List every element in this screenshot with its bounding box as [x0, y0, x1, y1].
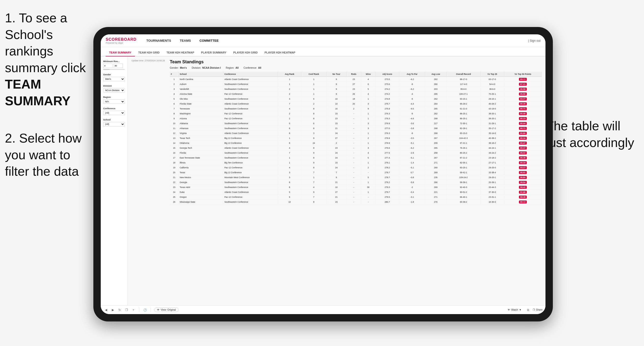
toolbar-resize-icon[interactable]: ⧉: [526, 308, 530, 312]
table-cell: 117-4-0: [446, 82, 480, 87]
nav-tournaments[interactable]: TOURNAMENTS: [146, 38, 171, 43]
table-cell: Big Ten Conference: [223, 160, 278, 165]
standings-table: # School Conference Avg Rank Conf Rank N…: [170, 72, 542, 204]
points-badge: 86.91: [519, 171, 526, 174]
filter-max-input[interactable]: [114, 64, 123, 68]
toolbar-add-icon[interactable]: +: [131, 308, 136, 312]
table-cell: 3: [278, 170, 301, 175]
toolbar-share2-icon[interactable]: ❐: [124, 308, 129, 312]
toolbar-forward-icon[interactable]: ▶: [110, 308, 115, 312]
table-cell: -2: [399, 185, 425, 190]
table-row: 4Arizona StatePac-12 Conference219264274…: [170, 92, 542, 96]
tab-player-h2h-heatmap[interactable]: PLAYER H2H HEATMAP: [261, 49, 299, 56]
tab-player-summary[interactable]: PLAYER SUMMARY: [198, 49, 230, 56]
points-badge: 80.47: [519, 142, 526, 145]
table-cell: 8: [301, 199, 326, 204]
table-cell: 20-39-1: [480, 180, 504, 185]
table-cell: 23: [326, 199, 346, 204]
table-cell: 61-21-0: [446, 106, 480, 111]
table-cell: 1: [361, 96, 376, 101]
table-cell: 59-41-1: [446, 170, 480, 175]
table-cell: 4: [278, 106, 301, 111]
table-cell: 23: [326, 121, 346, 126]
table-cell: 2: [301, 101, 326, 106]
filter-school-select[interactable]: (All): [103, 122, 125, 126]
nav-teams[interactable]: TEAMS: [180, 38, 191, 43]
table-cell: 2: [278, 87, 301, 92]
tab-player-h2h-grid[interactable]: PLAYER H2H GRID: [230, 49, 261, 56]
filter-gender-select[interactable]: Men's Women's: [103, 77, 125, 81]
table-cell: 17: [170, 155, 179, 160]
table-cell: 24: [170, 190, 179, 195]
table-cell: 4: [170, 92, 179, 96]
filter-region-label-display: Region:: [226, 66, 234, 69]
table-cell: 4: [301, 185, 326, 190]
watch-label: Watch: [511, 309, 518, 311]
filter-region-select[interactable]: N/A All: [103, 99, 125, 104]
watch-button[interactable]: 👁 Watch ▼: [508, 309, 522, 311]
table-cell: 80.34: [504, 160, 542, 165]
min-rounds-slider[interactable]: [103, 69, 125, 70]
table-cell: -: [346, 121, 361, 126]
table-cell: 20: [346, 101, 361, 106]
table-cell: 268: [425, 126, 447, 131]
table-cell: 279.2: [376, 180, 399, 185]
points-badge: 88.42: [519, 186, 526, 189]
table-cell: 95-29-2: [446, 101, 480, 106]
table-cell: -: [346, 170, 361, 175]
points-badge: 80.80: [519, 132, 526, 135]
table-cell: 2: [361, 136, 376, 141]
tab-team-h2h-grid[interactable]: TEAM H2H GRID: [135, 49, 163, 56]
sign-out-link[interactable]: | Sign out: [528, 39, 541, 42]
filter-conference-select[interactable]: (All): [103, 111, 125, 115]
table-cell: 8: [301, 146, 326, 151]
table-cell: 38-6-0: [480, 87, 504, 92]
table-cell: 1: [170, 77, 179, 82]
table-cell: 83.27: [504, 165, 542, 170]
table-cell: Tennessee: [179, 106, 223, 111]
table-cell: 3: [170, 87, 179, 92]
share-icon: ❐: [533, 309, 535, 311]
table-cell: Mountain West Conference: [223, 175, 278, 180]
table-cell: -: [346, 195, 361, 199]
tab-team-summary[interactable]: TEAM SUMMARY: [106, 49, 135, 56]
table-cell: 25: [170, 195, 179, 199]
table-row: 11ArkansasSoutheastern Conference8821-32…: [170, 126, 542, 131]
table-cell: Virginia: [179, 131, 223, 136]
table-row: 10AlabamaSoutheastern Conference5623-327…: [170, 121, 542, 126]
table-cell: 38-18-2: [480, 141, 504, 146]
table-cell: New Mexico: [179, 175, 223, 180]
table-cell: 10: [326, 96, 346, 101]
table-cell: Pac-12 Conference: [223, 165, 278, 170]
tab-team-h2h-heatmap[interactable]: TEAM H2H HEATMAP: [163, 49, 198, 56]
table-cell: 12: [170, 131, 179, 136]
table-cell: -: [346, 136, 361, 141]
tablet-screen: SCOREBOARD Powered by clippi TOURNAMENTS…: [101, 34, 546, 314]
table-cell: 1: [301, 87, 326, 92]
toolbar-clock-icon[interactable]: 🕐: [143, 308, 147, 312]
share-button[interactable]: ❐ Share: [533, 309, 542, 311]
table-cell: 23-18-2: [480, 155, 504, 160]
filter-conference-label-display: Conference:: [244, 66, 257, 69]
table-cell: 0.7: [399, 170, 425, 175]
filter-division-select[interactable]: NCAA Division I NCAA Division II NCAA Di…: [103, 88, 125, 93]
table-cell: 83.27: [504, 96, 542, 101]
table-cell: Texas: [179, 170, 223, 175]
table-cell: 1: [361, 111, 376, 116]
toolbar-back-icon[interactable]: ◀: [104, 308, 108, 312]
table-cell: -: [346, 199, 361, 204]
page-title: Team Standings: [170, 59, 542, 65]
table-cell: 4: [278, 165, 301, 170]
table-cell: 21: [326, 180, 346, 185]
table-cell: 276.3: [376, 111, 399, 116]
table-cell: 29-15-1: [480, 96, 504, 101]
filter-gender-label-display: Gender:: [170, 66, 179, 69]
table-cell: 24: [326, 165, 346, 170]
filter-min-input[interactable]: [103, 64, 112, 68]
view-original-button[interactable]: 👁 View: Original: [154, 308, 179, 312]
app-header: SCOREBOARD Powered by clippi TOURNAMENTS…: [101, 34, 546, 47]
table-cell: 15: [170, 146, 179, 151]
nav-committee[interactable]: COMMITTEE: [200, 38, 219, 43]
toolbar-refresh-icon[interactable]: ↻: [118, 308, 122, 312]
table-cell: 271: [425, 195, 447, 199]
